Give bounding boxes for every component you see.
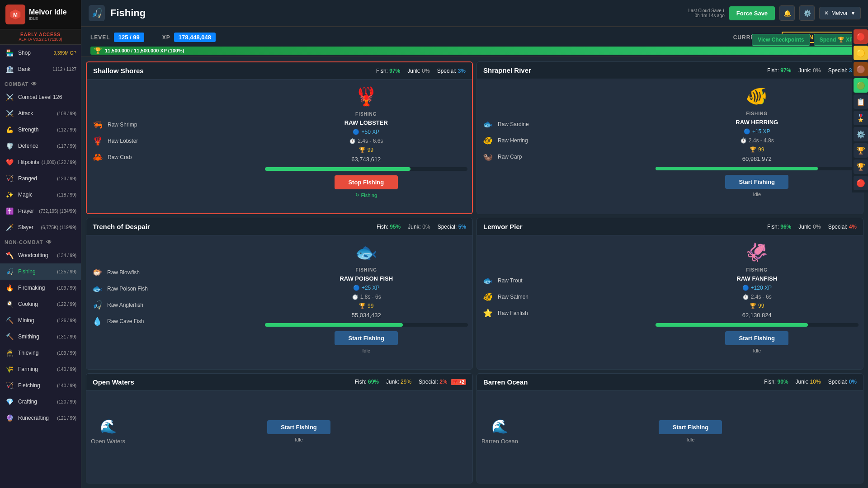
start-fishing-button-shrapnel[interactable]: Start Fishing xyxy=(725,175,788,189)
user-name: Melvor xyxy=(831,10,848,16)
svg-text:M: M xyxy=(13,12,18,18)
carp-icon: 🦦 xyxy=(481,152,494,162)
sidebar-item-farming[interactable]: 🌾 Farming (140 / 99) xyxy=(0,361,81,377)
attack-value: (108 / 99) xyxy=(57,111,76,116)
zone-center-trench-of-despair: 🐟 FISHING RAW POISON FISH 🔵 +25 XP ⏱️ 1.… xyxy=(265,240,468,353)
start-fishing-button-trench[interactable]: Start Fishing xyxy=(335,331,398,345)
blowfish-name: Raw Blowfish xyxy=(107,269,140,276)
trophy-value: 99 xyxy=(368,303,373,309)
zone-card-open-waters: Open Waters Fish: 69% Junk: 29% Special:… xyxy=(86,373,473,483)
start-fishing-button-lemvor[interactable]: Start Fishing xyxy=(725,331,788,345)
sidebar-item-hitpoints[interactable]: ❤️ Hitpoints (1,000) (122 / 99) xyxy=(0,154,81,170)
fishing-fish-name: RAW POISON FISH xyxy=(340,275,393,282)
sidebar-item-attack[interactable]: ⚔️ Attack (108 / 99) xyxy=(0,105,81,122)
fish-item: 🐠 Raw Herring xyxy=(481,134,651,147)
right-icon-1[interactable]: 🔴 xyxy=(854,29,868,44)
fanfish-icon: ⭐ xyxy=(481,308,494,318)
time-value: 1.8s - 6s xyxy=(360,294,381,300)
right-icon-2[interactable]: 🟡 xyxy=(854,46,868,60)
sidebar-item-fletching[interactable]: 🏹 Fletching (140 / 99) xyxy=(0,377,81,394)
zone-card-barren-ocean: Barren Ocean Fish: 90% Junk: 10% Special… xyxy=(476,373,863,483)
farming-icon: 🌾 xyxy=(5,364,14,374)
sidebar-item-bank[interactable]: 🏦 Bank 1112 / 1127 xyxy=(0,61,81,77)
fishing-trophy: 🏆 99 xyxy=(750,146,764,153)
zone-header-barren-ocean: Barren Ocean Fish: 90% Junk: 10% Special… xyxy=(477,374,863,391)
anglerfish-name: Raw Anglerfish xyxy=(107,302,143,308)
sidebar-item-slayer[interactable]: 🗡️ Slayer (6,775K) (119/99) xyxy=(0,219,81,235)
user-menu-button[interactable]: ✕ Melvor ▼ xyxy=(819,7,861,19)
sidebar-item-firemaking[interactable]: 🔥 Firemaking (109 / 99) xyxy=(0,280,81,296)
strength-icon: 💪 xyxy=(5,125,14,135)
fish-rate: Fish: 97% xyxy=(767,67,791,74)
thieving-label: Thieving xyxy=(18,350,57,356)
clock-icon: ⏱️ xyxy=(352,294,359,300)
zone-name-shallow-shores: Shallow Shores xyxy=(93,67,144,75)
sidebar-item-runecrafting[interactable]: 🔮 Runecrafting (121 / 99) xyxy=(0,410,81,426)
right-icon-6[interactable]: 🎖️ xyxy=(854,111,868,125)
zone-empty-message: 🌊 Barren Ocean xyxy=(481,418,518,445)
right-icon-10[interactable]: 🔴 xyxy=(854,176,868,190)
runecrafting-value: (121 / 99) xyxy=(57,416,76,421)
xp-arrow-icon: 🔵 xyxy=(744,128,750,135)
sidebar-item-magic[interactable]: ✨ Magic (118 / 99) xyxy=(0,187,81,203)
right-icon-3[interactable]: 🟤 xyxy=(854,62,868,76)
sidebar-item-strength[interactable]: 💪 Strength (112 / 99) xyxy=(0,122,81,138)
smithing-icon: 🔨 xyxy=(5,332,14,342)
prayer-icon: ✝️ xyxy=(5,206,14,216)
xp-value: 178,448,048 xyxy=(174,33,216,42)
fish-rate: Fish: 96% xyxy=(767,224,791,230)
cavefish-name: Raw Cave Fish xyxy=(107,318,144,324)
sidebar-item-defence[interactable]: 🛡️ Defence (117 / 99) xyxy=(0,138,81,154)
sidebar-item-woodcutting[interactable]: 🪓 Woodcutting (134 / 99) xyxy=(0,247,81,263)
right-icon-9[interactable]: 🏆 xyxy=(854,160,868,174)
sidebar-item-crafting[interactable]: 💎 Crafting (120 / 99) xyxy=(0,394,81,410)
defence-label: Defence xyxy=(18,143,57,149)
xp-amount: +25 XP xyxy=(362,285,380,291)
start-fishing-button-open-waters[interactable]: Start Fishing xyxy=(267,420,330,434)
fish-item: 🐠 Raw Salmon xyxy=(481,290,651,304)
right-icon-4[interactable]: 🟢 xyxy=(854,78,868,93)
start-fishing-button-barren-ocean[interactable]: Start Fishing xyxy=(659,420,722,434)
cloud-save-info: Last Cloud Save ℹ 0h 1m 14s ago xyxy=(689,8,725,18)
sidebar-item-thieving[interactable]: 🥷 Thieving (109 / 99) xyxy=(0,345,81,361)
fishing-trophy: 🏆 99 xyxy=(359,303,373,309)
carp-name: Raw Carp xyxy=(498,154,522,160)
runecrafting-icon: 🔮 xyxy=(5,413,14,423)
zone-center-barren-ocean: Start Fishing Idle xyxy=(523,420,859,442)
right-icon-5[interactable]: 📋 xyxy=(854,94,868,109)
right-icon-8[interactable]: 🏆 xyxy=(854,143,868,158)
sidebar-item-cooking[interactable]: 🍳 Cooking (122 / 99) xyxy=(0,296,81,312)
shrimp-icon: 🦐 xyxy=(91,120,104,130)
sidebar-item-prayer[interactable]: ✝️ Prayer (732,195) (134/99) xyxy=(0,203,81,219)
noncombat-eye-icon[interactable]: 👁 xyxy=(46,239,52,245)
right-icon-7[interactable]: ⚙️ xyxy=(854,127,868,141)
shop-label: Shop xyxy=(18,50,53,56)
logo-icon: M xyxy=(5,5,25,24)
smithing-value: (131 / 99) xyxy=(57,334,76,339)
fishing-activity-label: FISHING xyxy=(355,267,377,272)
fishing-status: ↻ Fishing xyxy=(355,192,377,198)
sidebar-item-mining[interactable]: ⛏️ Mining (126 / 99) xyxy=(0,312,81,328)
bank-icon: 🏦 xyxy=(5,64,14,74)
settings-button[interactable]: ⚙️ xyxy=(799,5,815,21)
fishing-time: ⏱️ 1.8s - 6s xyxy=(352,294,381,300)
fishing-progress-fill xyxy=(265,323,403,327)
sidebar-item-smithing[interactable]: 🔨 Smithing (131 / 99) xyxy=(0,328,81,345)
stop-fishing-button[interactable]: Stop Fishing xyxy=(335,175,398,189)
force-save-button[interactable]: Force Save xyxy=(729,6,775,20)
fishing-label: Fishing xyxy=(18,268,57,275)
early-access-label: EARLY ACCESS xyxy=(3,32,78,37)
magic-icon: ✨ xyxy=(5,190,14,200)
notifications-button[interactable]: 🔔 xyxy=(779,5,795,21)
blowfish-icon: 🐡 xyxy=(91,267,104,277)
crafting-icon: 💎 xyxy=(5,397,14,407)
sidebar-item-ranged[interactable]: 🏹 Ranged (123 / 99) xyxy=(0,170,81,187)
combat-eye-icon[interactable]: 👁 xyxy=(31,81,37,87)
xp-arrow-icon: 🔵 xyxy=(742,285,749,291)
ranged-value: (123 / 99) xyxy=(57,176,76,181)
view-checkpoints-button[interactable]: View Checkpoints xyxy=(752,34,810,46)
sidebar-item-fishing[interactable]: 🎣 Fishing (125 / 99) xyxy=(0,263,81,280)
sidebar-item-shop[interactable]: 🏪 Shop 9,399M GP xyxy=(0,45,81,61)
fishing-zones-grid: Shallow Shores Fish: 97% Junk: 0% Specia… xyxy=(81,57,868,488)
fishing-trophy: 🏆 99 xyxy=(750,303,764,309)
